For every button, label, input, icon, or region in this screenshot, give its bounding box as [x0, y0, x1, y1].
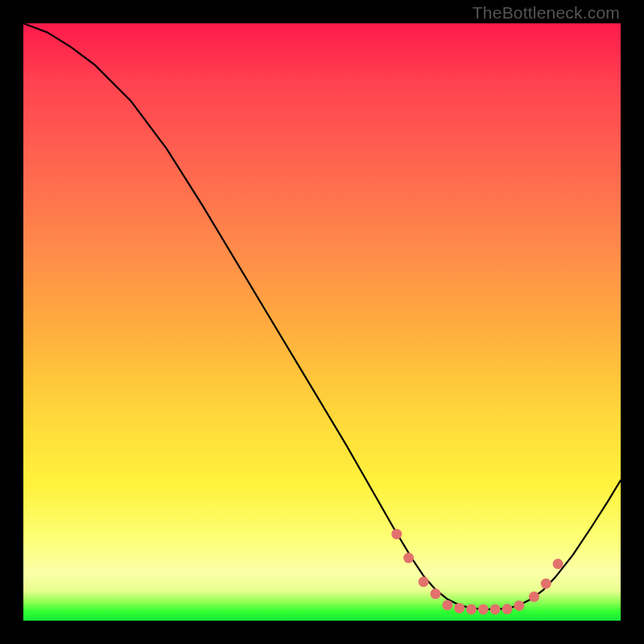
optimal-dot	[514, 601, 524, 611]
optimal-range-dots	[391, 529, 563, 614]
optimal-dot	[553, 559, 564, 569]
bottleneck-curve	[23, 23, 621, 609]
plot-gradient-area	[23, 23, 621, 621]
optimal-dot	[391, 529, 402, 539]
curve-layer	[23, 23, 621, 621]
optimal-dot	[442, 600, 452, 610]
watermark-text: TheBottleneck.com	[473, 3, 620, 23]
chart-container: TheBottleneck.com	[0, 0, 644, 644]
optimal-dot	[454, 603, 464, 613]
optimal-dot	[430, 588, 440, 599]
optimal-dot	[403, 553, 414, 564]
optimal-dot	[419, 576, 429, 587]
optimal-dot	[466, 604, 477, 614]
optimal-dot	[502, 604, 513, 614]
optimal-dot	[541, 579, 551, 589]
optimal-dot	[529, 592, 539, 602]
optimal-dot	[490, 604, 501, 614]
optimal-dot	[478, 604, 489, 614]
